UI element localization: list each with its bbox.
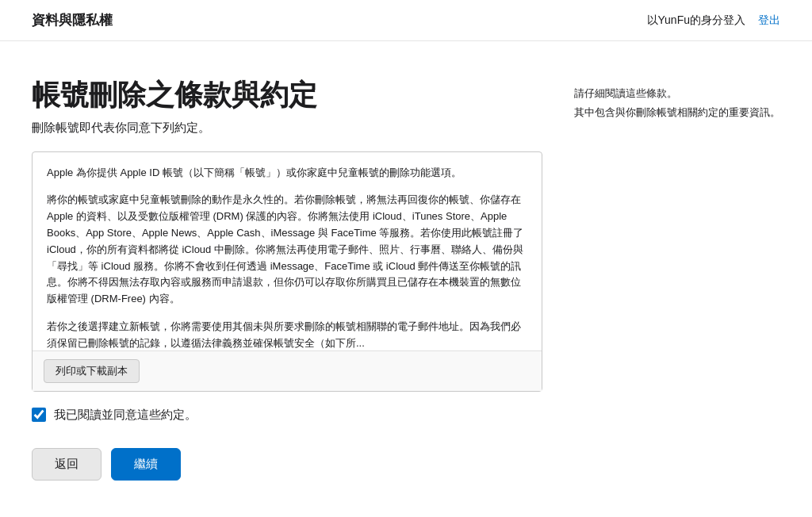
continue-button[interactable]: 繼續 [111, 448, 181, 481]
back-button[interactable]: 返回 [32, 448, 102, 481]
terms-paragraph-3: 若你之後選擇建立新帳號，你將需要使用其個未與所要求刪除的帳號相關聯的電子郵件地址… [47, 319, 527, 350]
main-container: 帳號刪除之條款與約定 刪除帳號即代表你同意下列約定。 Apple 為你提供 Ap… [0, 41, 812, 512]
agree-checkbox[interactable] [32, 408, 46, 422]
signout-link[interactable]: 登出 [758, 13, 780, 28]
print-download-button[interactable]: 列印或下載副本 [44, 359, 140, 383]
page-subtitle: 刪除帳號即代表你同意下列約定。 [32, 121, 542, 136]
terms-footer: 列印或下載副本 [33, 350, 542, 391]
terms-box: Apple 為你提供 Apple ID 帳號（以下簡稱「帳號」）或你家庭中兒童帳… [32, 151, 542, 392]
header-title: 資料與隱私權 [32, 11, 113, 29]
terms-paragraph-1: Apple 為你提供 Apple ID 帳號（以下簡稱「帳號」）或你家庭中兒童帳… [47, 165, 527, 182]
checkbox-label[interactable]: 我已閱讀並同意這些約定。 [54, 408, 197, 423]
header-user-label: 以YunFu的身分登入 [647, 13, 745, 28]
sidebar-hint-body: 其中包含與你刪除帳號相關約定的重要資訊。 [574, 105, 780, 121]
header-right: 以YunFu的身分登入 登出 [647, 13, 780, 28]
buttons-row: 返回 繼續 [32, 448, 542, 481]
sidebar-hint-title: 請仔細閱讀這些條款。 [574, 86, 780, 101]
page-title: 帳號刪除之條款與約定 [32, 79, 542, 111]
checkbox-row: 我已閱讀並同意這些約定。 [32, 408, 542, 423]
terms-paragraph-2: 將你的帳號或家庭中兒童帳號刪除的動作是永久性的。若你刪除帳號，將無法再回復你的帳… [47, 192, 527, 308]
sidebar: 請仔細閱讀這些條款。 其中包含與你刪除帳號相關約定的重要資訊。 [574, 79, 780, 481]
header: 資料與隱私權 以YunFu的身分登入 登出 [0, 0, 812, 41]
content-area: 帳號刪除之條款與約定 刪除帳號即代表你同意下列約定。 Apple 為你提供 Ap… [32, 79, 542, 481]
terms-content[interactable]: Apple 為你提供 Apple ID 帳號（以下簡稱「帳號」）或你家庭中兒童帳… [33, 152, 542, 350]
